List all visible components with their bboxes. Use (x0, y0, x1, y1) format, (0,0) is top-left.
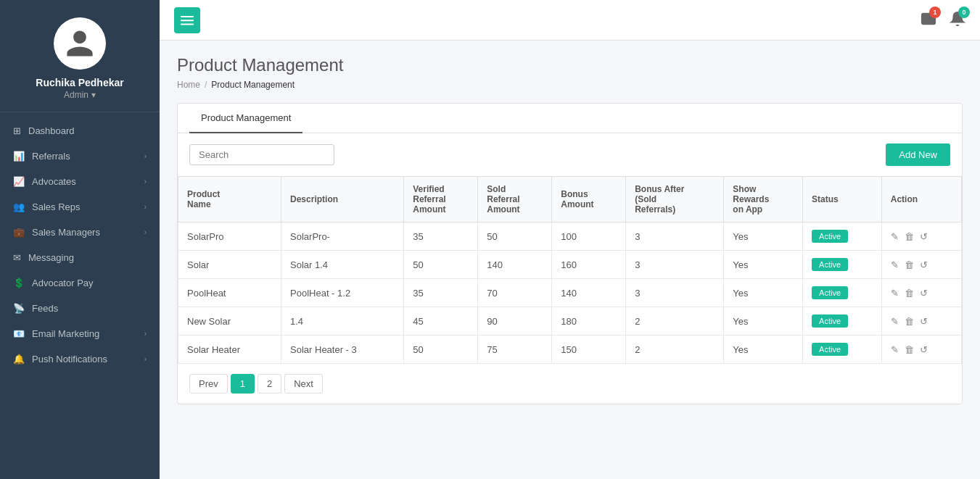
menu-button[interactable] (174, 7, 200, 33)
main-content: 1 0 Product Management Home / Product Ma… (160, 0, 980, 479)
users-icon: 👥 (13, 201, 25, 212)
sidebar-username: Ruchika Pedhekar (36, 77, 123, 88)
cell-bonus-amount: 100 (552, 222, 626, 251)
table-toolbar: Add New (178, 133, 962, 176)
cell-sold-referral: 70 (478, 279, 552, 307)
sidebar-item-advocates[interactable]: 📈 Advocates › (0, 169, 160, 194)
search-input[interactable] (189, 144, 334, 165)
col-bonus-after: Bonus After(SoldReferrals) (626, 177, 724, 222)
delete-icon[interactable]: 🗑 (905, 259, 914, 270)
products-table: ProductName Description VerifiedReferral… (178, 176, 962, 364)
cell-status: Active (803, 251, 882, 279)
history-icon[interactable]: ↺ (920, 288, 928, 299)
sidebar-item-advocator-pay[interactable]: 💲 Advocator Pay (0, 270, 160, 296)
chevron-right-icon: › (144, 228, 147, 236)
sidebar-item-feeds[interactable]: 📡 Feeds (0, 296, 160, 321)
sidebar-item-push-notifications[interactable]: 🔔 Push Notifications › (0, 346, 160, 372)
add-new-button[interactable]: Add New (886, 143, 950, 166)
table-row: Solar Heater Solar Heater - 3 50 75 150 … (178, 336, 962, 364)
chevron-right-icon: › (144, 152, 147, 160)
history-icon[interactable]: ↺ (920, 344, 928, 355)
history-icon[interactable]: ↺ (920, 316, 928, 327)
page-2-button[interactable]: 2 (258, 374, 281, 393)
sidebar-item-label-advocates: Advocates (32, 176, 76, 187)
bell-icon: 🔔 (13, 354, 25, 365)
tab-product-management[interactable]: Product Management (189, 104, 302, 133)
bell-badge: 0 (958, 7, 970, 18)
cell-action: ✎ 🗑 ↺ (881, 336, 961, 364)
chart-icon: 📈 (13, 176, 25, 187)
cell-product-name: Solar (178, 251, 281, 279)
status-badge: Active (812, 343, 848, 356)
cell-bonus-amount: 150 (552, 336, 626, 364)
sidebar-item-sales-reps[interactable]: 👥 Sales Reps › (0, 194, 160, 220)
status-badge: Active (812, 286, 848, 299)
breadcrumb-home[interactable]: Home (177, 80, 200, 90)
cell-description: SolarPro- (281, 222, 404, 251)
history-icon[interactable]: ↺ (920, 231, 928, 242)
header: 1 0 (160, 0, 980, 41)
next-button[interactable]: Next (284, 374, 323, 393)
email-icon: 📧 (13, 328, 25, 339)
cell-bonus-after: 3 (626, 279, 724, 307)
cell-bonus-after: 3 (626, 251, 724, 279)
sidebar-item-label-push: Push Notifications (32, 354, 107, 365)
cell-description: Solar Heater - 3 (281, 336, 404, 364)
delete-icon[interactable]: 🗑 (905, 231, 914, 242)
edit-icon[interactable]: ✎ (891, 316, 899, 327)
svg-rect-1 (181, 20, 194, 21)
mail-button[interactable]: 1 (921, 11, 936, 29)
sidebar-item-dashboard[interactable]: ⊞ Dashboard (0, 118, 160, 143)
sidebar-item-email-marketing[interactable]: 📧 Email Marketing › (0, 321, 160, 346)
svg-rect-2 (181, 23, 194, 25)
product-management-card: Product Management Add New ProductName D… (177, 103, 963, 404)
cell-product-name: Solar Heater (178, 336, 281, 364)
edit-icon[interactable]: ✎ (891, 259, 899, 270)
cell-verified-referral: 35 (404, 279, 478, 307)
rss-icon: 📡 (13, 303, 25, 314)
page-content: Product Management Home / Product Manage… (160, 41, 980, 479)
cell-status: Active (803, 222, 882, 251)
delete-icon[interactable]: 🗑 (905, 344, 914, 355)
prev-button[interactable]: Prev (189, 374, 228, 393)
cell-sold-referral: 90 (478, 307, 552, 336)
avatar (54, 17, 106, 70)
history-icon[interactable]: ↺ (920, 259, 928, 270)
cell-verified-referral: 45 (404, 307, 478, 336)
breadcrumb-separator: / (205, 80, 207, 90)
cell-bonus-amount: 160 (552, 251, 626, 279)
cell-show-rewards: Yes (724, 279, 803, 307)
briefcase-icon: 💼 (13, 227, 25, 238)
cell-description: Solar 1.4 (281, 251, 404, 279)
chevron-right-icon: › (144, 178, 147, 186)
edit-icon[interactable]: ✎ (891, 344, 899, 355)
cell-bonus-amount: 140 (552, 279, 626, 307)
cell-bonus-amount: 180 (552, 307, 626, 336)
bell-button[interactable]: 0 (950, 11, 965, 29)
status-badge: Active (812, 258, 848, 271)
grid-icon: ⊞ (13, 125, 21, 136)
sidebar-item-sales-managers[interactable]: 💼 Sales Managers › (0, 220, 160, 245)
cell-show-rewards: Yes (724, 307, 803, 336)
cell-product-name: SolarPro (178, 222, 281, 251)
edit-icon[interactable]: ✎ (891, 288, 899, 299)
pagination: Prev 1 2 Next (178, 364, 962, 404)
cell-description: PoolHeat - 1.2 (281, 279, 404, 307)
card-tabs: Product Management (178, 104, 962, 133)
sidebar-item-messaging[interactable]: ✉ Messaging (0, 245, 160, 270)
page-1-button[interactable]: 1 (231, 374, 255, 393)
cell-show-rewards: Yes (724, 336, 803, 364)
cell-bonus-after: 3 (626, 222, 724, 251)
chevron-right-icon: › (144, 203, 147, 211)
cell-description: 1.4 (281, 307, 404, 336)
cell-sold-referral: 50 (478, 222, 552, 251)
status-badge: Active (812, 315, 848, 328)
cell-product-name: New Solar (178, 307, 281, 336)
cell-bonus-after: 2 (626, 336, 724, 364)
delete-icon[interactable]: 🗑 (905, 316, 914, 327)
delete-icon[interactable]: 🗑 (905, 288, 914, 299)
status-badge: Active (812, 230, 848, 243)
sidebar-item-referrals[interactable]: 📊 Referrals › (0, 143, 160, 169)
breadcrumb: Home / Product Management (177, 80, 963, 90)
edit-icon[interactable]: ✎ (891, 231, 899, 242)
